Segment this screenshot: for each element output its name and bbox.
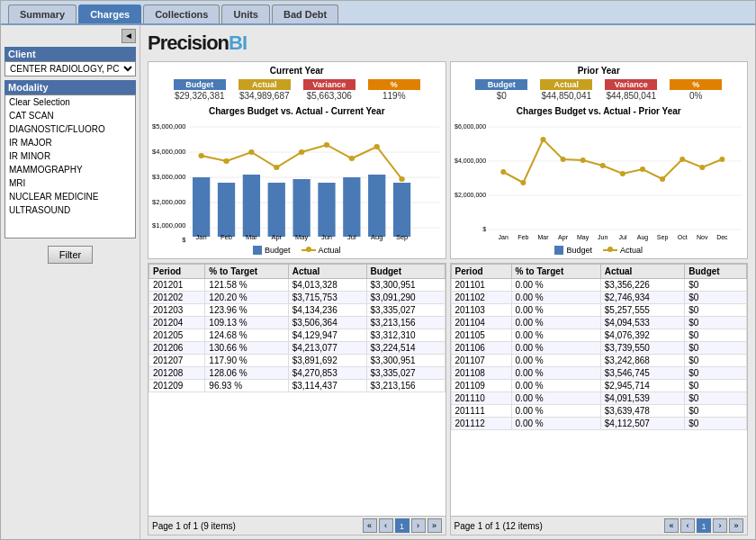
- table-row[interactable]: 2011060.00 %$3,739,550$0: [451, 342, 747, 355]
- client-select[interactable]: CENTER RADIOLOGY, PC: [4, 61, 136, 76]
- cell-pct: 96.93 %: [205, 380, 288, 392]
- table-row[interactable]: 201202120.20 %$3,715,753$3,091,290: [149, 292, 446, 304]
- py-first-page[interactable]: «: [664, 518, 679, 533]
- cell-period: 201101: [451, 279, 511, 292]
- tab-collections[interactable]: Collections: [143, 4, 220, 23]
- prior-year-legend: Budget Actual: [454, 246, 744, 255]
- svg-point-50: [580, 158, 585, 163]
- table-row[interactable]: 2011030.00 %$5,257,555$0: [451, 304, 747, 317]
- table-row[interactable]: 2011100.00 %$4,091,539$0: [451, 392, 747, 405]
- cell-budget: $0: [685, 279, 747, 292]
- list-item-clear[interactable]: Clear Selection: [5, 95, 135, 109]
- table-row[interactable]: 2011080.00 %$3,546,745$0: [451, 367, 747, 380]
- modality-section: Modality Clear Selection CAT SCAN DIAGNO…: [4, 80, 136, 238]
- table-row[interactable]: 201205124.68 %$4,129,947$3,312,310: [149, 329, 446, 342]
- svg-point-27: [374, 144, 379, 149]
- svg-text:Jun: Jun: [321, 233, 332, 241]
- list-item-diag[interactable]: DIAGNOSTIC/FLUORO: [5, 122, 135, 136]
- list-item-cat[interactable]: CAT SCAN: [5, 109, 135, 122]
- table-row[interactable]: 2011070.00 %$3,242,868$0: [451, 355, 747, 367]
- cell-period: 201201: [149, 279, 205, 292]
- py-last-page[interactable]: »: [729, 518, 743, 533]
- cell-pct: 109.13 %: [205, 317, 288, 329]
- cell-budget: $0: [685, 329, 747, 342]
- list-item-nuclear[interactable]: NUCLEAR MEDICINE: [5, 190, 135, 203]
- tab-bad-debt[interactable]: Bad Debt: [272, 4, 338, 23]
- current-year-legend: Budget Actual: [152, 246, 442, 255]
- table-row[interactable]: 2011110.00 %$3,639,478$0: [451, 405, 747, 418]
- svg-text:Nov: Nov: [697, 234, 708, 240]
- list-item-ultrasound[interactable]: ULTRASOUND: [5, 203, 135, 217]
- legend-budget-cy: Budget: [253, 246, 291, 255]
- cell-actual: $3,114,437: [288, 380, 366, 392]
- table-row[interactable]: 201207117.90 %$3,891,692$3,300,951: [149, 355, 446, 367]
- tab-summary[interactable]: Summary: [8, 4, 76, 23]
- cell-actual: $4,013,328: [288, 279, 366, 292]
- py-col-budget: Budget: [685, 265, 747, 279]
- cell-budget: $3,335,027: [366, 304, 445, 317]
- list-item-mammo[interactable]: MAMMOGRAPHY: [5, 163, 135, 176]
- list-item-ir-minor[interactable]: IR MINOR: [5, 149, 135, 163]
- cell-period: 201205: [149, 329, 205, 342]
- py-variance-box: Variance $44,850,041: [599, 77, 662, 103]
- cell-pct: 124.68 %: [205, 329, 288, 342]
- current-year-panel: Current Year Budget $29,326,381 Actual $…: [148, 61, 446, 259]
- legend-actual-icon-cy: [302, 249, 316, 251]
- table-row[interactable]: 2011040.00 %$4,094,533$0: [451, 317, 747, 329]
- prior-year-table-scroll[interactable]: Period % to Target Actual Budget 2011010…: [451, 264, 748, 516]
- table-row[interactable]: 20120996.93 %$3,114,437$3,213,156: [149, 380, 446, 392]
- tab-charges[interactable]: Charges: [78, 4, 141, 23]
- py-col-period: Period: [451, 265, 511, 279]
- cell-pct: 0.00 %: [511, 380, 600, 392]
- table-row[interactable]: 201201121.58 %$4,013,328$3,300,951: [149, 279, 446, 292]
- cell-period: 201202: [149, 292, 205, 304]
- cell-budget: $3,213,156: [366, 380, 445, 392]
- cy-next-page[interactable]: ›: [411, 518, 426, 533]
- cell-budget: $0: [685, 304, 747, 317]
- cell-actual: $3,891,692: [288, 355, 366, 367]
- cell-pct: 0.00 %: [511, 355, 600, 367]
- table-row[interactable]: 201206130.66 %$4,213,077$3,224,514: [149, 342, 446, 355]
- main-content: PrecisionBI Current Year Budget $29,326,…: [140, 25, 755, 539]
- current-year-table-scroll[interactable]: Period % to Target Actual Budget 2012011…: [148, 264, 446, 516]
- cy-first-page[interactable]: «: [363, 518, 377, 533]
- logo-bi: BI: [229, 32, 247, 54]
- cell-budget: $3,335,027: [366, 367, 445, 380]
- py-budget-value: $0: [475, 91, 527, 101]
- svg-point-46: [500, 169, 506, 175]
- table-row[interactable]: 2011050.00 %$4,076,392$0: [451, 329, 747, 342]
- table-row[interactable]: 2011090.00 %$2,945,714$0: [451, 380, 747, 392]
- filter-button[interactable]: Filter: [48, 246, 93, 264]
- py-prev-page[interactable]: ‹: [680, 518, 695, 533]
- list-item-mri[interactable]: MRI: [5, 176, 135, 190]
- table-row[interactable]: 2011010.00 %$3,356,226$0: [451, 279, 747, 292]
- svg-text:Jul: Jul: [618, 234, 626, 240]
- svg-point-28: [399, 176, 404, 182]
- tab-bar: Summary Charges Collections Units Bad De…: [1, 1, 755, 25]
- prior-year-page-info: Page 1 of 1 (12 items): [454, 521, 543, 531]
- cy-last-page[interactable]: »: [428, 518, 442, 533]
- cell-pct: 0.00 %: [511, 279, 600, 292]
- py-next-page[interactable]: ›: [713, 518, 727, 533]
- table-row[interactable]: 201204109.13 %$3,506,364$3,213,156: [149, 317, 446, 329]
- current-year-footer: Page 1 of 1 (9 items) « ‹ 1 › »: [148, 516, 446, 535]
- cell-actual: $5,257,555: [600, 304, 684, 317]
- svg-point-51: [599, 163, 605, 168]
- cy-col-budget: Budget: [366, 265, 445, 279]
- table-row[interactable]: 201208128.06 %$4,270,853$3,335,027: [149, 367, 446, 380]
- list-item-ir-major[interactable]: IR MAJOR: [5, 136, 135, 149]
- logo: PrecisionBI: [148, 32, 247, 55]
- table-row[interactable]: 201203123.96 %$4,134,236$3,335,027: [149, 304, 446, 317]
- svg-point-53: [639, 166, 644, 172]
- collapse-button[interactable]: ◄: [122, 29, 136, 43]
- table-row[interactable]: 2011120.00 %$4,112,507$0: [451, 418, 747, 430]
- cy-pct-value: 119%: [368, 91, 420, 101]
- legend-budget-icon-py: [554, 246, 563, 255]
- cy-prev-page[interactable]: ‹: [379, 518, 393, 533]
- table-row[interactable]: 2011020.00 %$2,746,934$0: [451, 292, 747, 304]
- svg-rect-11: [193, 177, 210, 237]
- tab-units[interactable]: Units: [221, 4, 270, 23]
- svg-text:$1,000,000: $1,000,000: [152, 221, 186, 230]
- cell-budget: $0: [685, 367, 747, 380]
- cell-pct: 0.00 %: [511, 342, 600, 355]
